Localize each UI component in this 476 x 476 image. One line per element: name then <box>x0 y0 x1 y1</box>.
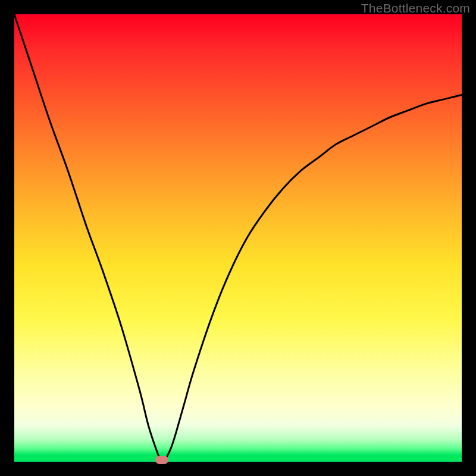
bottleneck-curve <box>14 14 462 462</box>
watermark-text: TheBottleneck.com <box>361 1 470 15</box>
chart-plot-area <box>14 14 462 462</box>
optimal-point-marker <box>155 456 168 464</box>
